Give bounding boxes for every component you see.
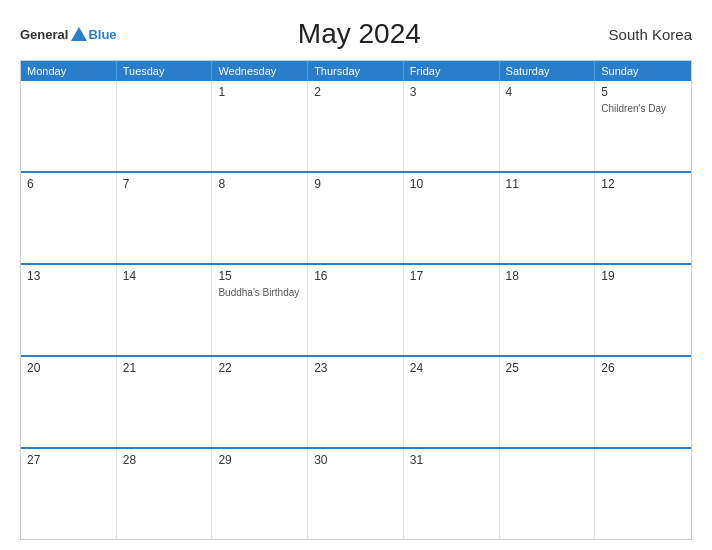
day-number: 21 — [123, 361, 206, 375]
col-header-friday: Friday — [404, 61, 500, 81]
day-number: 7 — [123, 177, 206, 191]
day-empty — [595, 449, 691, 539]
col-header-tuesday: Tuesday — [117, 61, 213, 81]
day-19: 19 — [595, 265, 691, 355]
day-empty — [500, 449, 596, 539]
day-11: 11 — [500, 173, 596, 263]
day-number: 3 — [410, 85, 493, 99]
day-number: 31 — [410, 453, 493, 467]
day-number: 20 — [27, 361, 110, 375]
day-21: 21 — [117, 357, 213, 447]
day-31: 31 — [404, 449, 500, 539]
svg-marker-0 — [71, 27, 87, 41]
day-number: 22 — [218, 361, 301, 375]
day-number: 15 — [218, 269, 301, 283]
page: General Blue May 2024 South Korea Monday… — [0, 0, 712, 550]
calendar: MondayTuesdayWednesdayThursdayFridaySatu… — [20, 60, 692, 540]
day-number: 25 — [506, 361, 589, 375]
day-17: 17 — [404, 265, 500, 355]
day-number: 29 — [218, 453, 301, 467]
day-number: 17 — [410, 269, 493, 283]
day-event: Children's Day — [601, 103, 685, 114]
day-number: 5 — [601, 85, 685, 99]
day-26: 26 — [595, 357, 691, 447]
day-number: 8 — [218, 177, 301, 191]
day-empty — [117, 81, 213, 171]
day-number: 6 — [27, 177, 110, 191]
day-13: 13 — [21, 265, 117, 355]
logo-general: General — [20, 27, 68, 42]
day-9: 9 — [308, 173, 404, 263]
day-8: 8 — [212, 173, 308, 263]
day-28: 28 — [117, 449, 213, 539]
day-14: 14 — [117, 265, 213, 355]
day-16: 16 — [308, 265, 404, 355]
region-label: South Korea — [602, 26, 692, 43]
week-row-1: 12345Children's Day — [21, 81, 691, 171]
logo: General Blue — [20, 26, 117, 42]
logo-triangle-icon — [70, 26, 88, 42]
day-number: 10 — [410, 177, 493, 191]
col-header-monday: Monday — [21, 61, 117, 81]
week-row-3: 131415Buddha's Birthday16171819 — [21, 263, 691, 355]
day-2: 2 — [308, 81, 404, 171]
col-header-saturday: Saturday — [500, 61, 596, 81]
day-15: 15Buddha's Birthday — [212, 265, 308, 355]
day-number: 9 — [314, 177, 397, 191]
day-number: 14 — [123, 269, 206, 283]
day-number: 12 — [601, 177, 685, 191]
day-number: 26 — [601, 361, 685, 375]
day-30: 30 — [308, 449, 404, 539]
day-24: 24 — [404, 357, 500, 447]
day-29: 29 — [212, 449, 308, 539]
day-25: 25 — [500, 357, 596, 447]
calendar-header-row: MondayTuesdayWednesdayThursdayFridaySatu… — [21, 61, 691, 81]
day-18: 18 — [500, 265, 596, 355]
day-event: Buddha's Birthday — [218, 287, 301, 298]
day-number: 2 — [314, 85, 397, 99]
calendar-body: 12345Children's Day6789101112131415Buddh… — [21, 81, 691, 539]
day-22: 22 — [212, 357, 308, 447]
week-row-4: 20212223242526 — [21, 355, 691, 447]
day-7: 7 — [117, 173, 213, 263]
day-27: 27 — [21, 449, 117, 539]
header: General Blue May 2024 South Korea — [20, 18, 692, 50]
day-4: 4 — [500, 81, 596, 171]
day-number: 23 — [314, 361, 397, 375]
week-row-2: 6789101112 — [21, 171, 691, 263]
day-empty — [21, 81, 117, 171]
day-number: 11 — [506, 177, 589, 191]
day-20: 20 — [21, 357, 117, 447]
day-number: 30 — [314, 453, 397, 467]
col-header-thursday: Thursday — [308, 61, 404, 81]
day-number: 19 — [601, 269, 685, 283]
calendar-title: May 2024 — [117, 18, 602, 50]
col-header-wednesday: Wednesday — [212, 61, 308, 81]
day-number: 16 — [314, 269, 397, 283]
day-1: 1 — [212, 81, 308, 171]
day-3: 3 — [404, 81, 500, 171]
day-number: 13 — [27, 269, 110, 283]
col-header-sunday: Sunday — [595, 61, 691, 81]
week-row-5: 2728293031 — [21, 447, 691, 539]
day-number: 18 — [506, 269, 589, 283]
day-10: 10 — [404, 173, 500, 263]
day-number: 1 — [218, 85, 301, 99]
day-6: 6 — [21, 173, 117, 263]
day-number: 28 — [123, 453, 206, 467]
logo-blue: Blue — [88, 27, 116, 42]
day-number: 27 — [27, 453, 110, 467]
day-number: 4 — [506, 85, 589, 99]
day-5: 5Children's Day — [595, 81, 691, 171]
day-12: 12 — [595, 173, 691, 263]
day-23: 23 — [308, 357, 404, 447]
day-number: 24 — [410, 361, 493, 375]
